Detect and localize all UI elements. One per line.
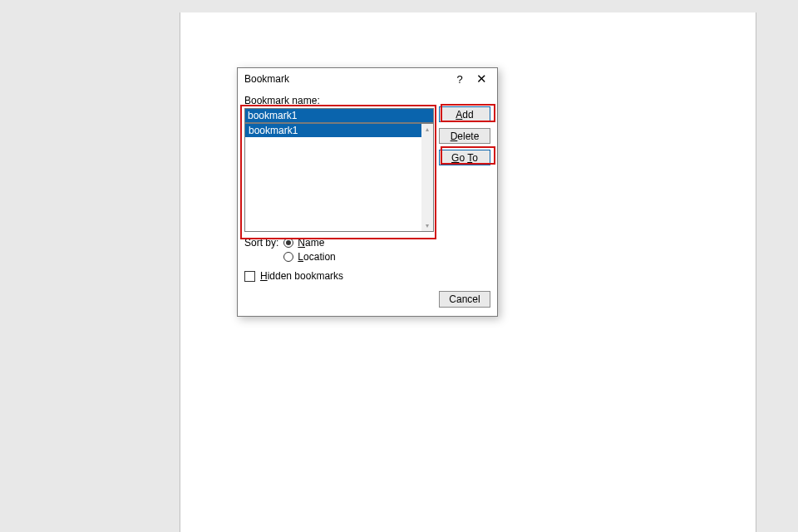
- hidden-bookmarks-row[interactable]: Hidden bookmarks: [244, 270, 434, 282]
- hidden-bookmarks-label: Hidden bookmarks: [260, 270, 343, 282]
- add-button[interactable]: Add: [439, 106, 490, 122]
- help-button[interactable]: ?: [449, 70, 470, 88]
- goto-button[interactable]: Go To: [439, 150, 490, 165]
- sort-radio-location[interactable]: Location: [283, 251, 335, 263]
- scrollbar[interactable]: ▴ ▾: [421, 124, 433, 231]
- delete-button[interactable]: Delete: [439, 128, 490, 144]
- radio-icon: [283, 252, 293, 262]
- list-item[interactable]: bookmark1: [245, 124, 421, 137]
- sort-radio-name[interactable]: Name: [283, 237, 335, 249]
- bookmark-dialog: Bookmark ? ✕ Bookmark name: bookmark1 ▴ …: [237, 67, 498, 317]
- left-column: Bookmark name: bookmark1 ▴ ▾ Sort by: Na…: [244, 95, 434, 308]
- sort-by-label: Sort by:: [244, 237, 278, 249]
- dialog-title: Bookmark: [244, 73, 449, 85]
- radio-icon: [283, 238, 293, 248]
- dialog-titlebar[interactable]: Bookmark ? ✕: [238, 68, 497, 90]
- bookmark-name-input[interactable]: [244, 108, 434, 123]
- bookmark-list-inner: bookmark1: [245, 124, 433, 137]
- bookmark-name-label: Bookmark name:: [244, 95, 434, 106]
- radio-label: Location: [298, 251, 335, 263]
- dialog-body: Bookmark name: bookmark1 ▴ ▾ Sort by: Na…: [238, 90, 497, 316]
- radio-label: Name: [298, 237, 324, 249]
- scroll-up-icon[interactable]: ▴: [426, 124, 429, 135]
- sort-by-row: Sort by: Name Location: [244, 237, 434, 263]
- dialog-footer: Cancel: [244, 291, 490, 308]
- sort-radio-group: Name Location: [283, 237, 335, 263]
- button-column: Add Delete Go To: [439, 106, 490, 165]
- bookmark-list[interactable]: bookmark1 ▴ ▾: [244, 123, 434, 232]
- cancel-button[interactable]: Cancel: [439, 291, 490, 308]
- checkbox-icon[interactable]: [244, 271, 255, 282]
- close-button[interactable]: ✕: [470, 70, 492, 88]
- scroll-down-icon[interactable]: ▾: [426, 220, 429, 231]
